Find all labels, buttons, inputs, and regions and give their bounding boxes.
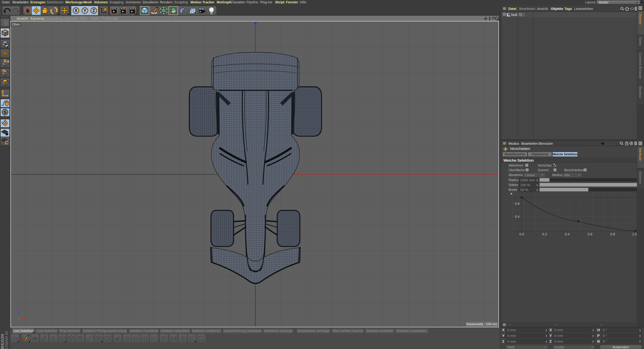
svg-text:0.2: 0.2 bbox=[542, 232, 547, 236]
svg-text:0.8: 0.8 bbox=[610, 232, 615, 236]
svg-text:Y: Y bbox=[18, 316, 20, 320]
svg-text:1.0: 1.0 bbox=[632, 232, 637, 236]
svg-text:Y: Y bbox=[83, 8, 86, 13]
svg-text:0.6: 0.6 bbox=[588, 232, 592, 236]
svg-text:0.4: 0.4 bbox=[515, 215, 520, 218]
svg-text:0.0: 0.0 bbox=[520, 232, 524, 236]
svg-text:Z: Z bbox=[18, 309, 20, 313]
svg-text:0: 0 bbox=[508, 13, 510, 16]
svg-text:X: X bbox=[25, 316, 27, 320]
svg-text:0.4: 0.4 bbox=[565, 232, 570, 236]
svg-text:X: X bbox=[74, 8, 78, 13]
svg-text:0.8: 0.8 bbox=[515, 202, 520, 205]
svg-text:Z: Z bbox=[92, 8, 95, 13]
svg-text:S: S bbox=[4, 110, 7, 115]
